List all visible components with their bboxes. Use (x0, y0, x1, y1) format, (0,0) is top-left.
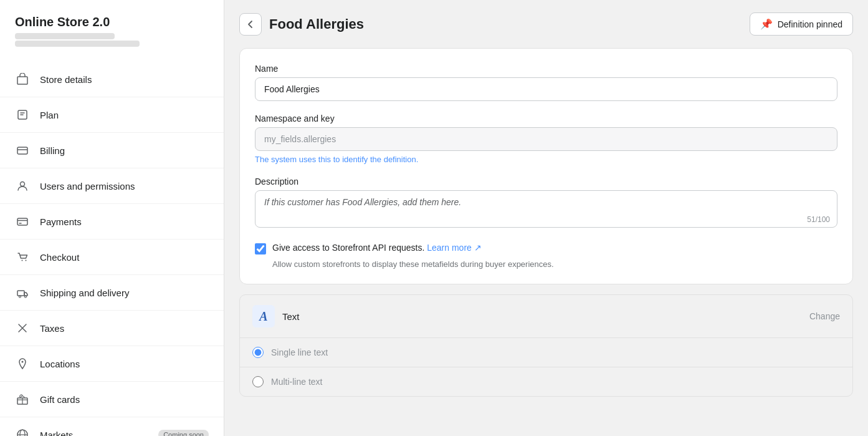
taxes-icon (15, 321, 30, 336)
account-email-placeholder (15, 41, 140, 47)
sidebar-item-payments[interactable]: Payments (0, 204, 224, 240)
checkbox-sublabel: Allow custom storefronts to display thes… (272, 259, 837, 269)
svg-point-10 (22, 361, 24, 363)
page-header: Food Allergies 📌 Definition pinned (239, 12, 853, 36)
sidebar-item-plan-label: Plan (40, 110, 209, 120)
single-line-radio[interactable] (252, 347, 264, 358)
shipping-icon (15, 285, 30, 300)
name-label: Name (255, 64, 837, 74)
multi-line-radio[interactable] (252, 376, 264, 387)
type-header: A Text Change (240, 295, 852, 338)
description-wrapper: If this customer has Food Allergies, add… (255, 190, 837, 230)
sidebar-item-plan[interactable]: Plan (0, 97, 224, 133)
sidebar-item-billing[interactable]: Billing (0, 133, 224, 168)
description-group: Description If this customer has Food Al… (255, 177, 837, 230)
sidebar-item-checkout-label: Checkout (40, 252, 209, 263)
form-card: Name Namespace and key The system uses t… (239, 48, 853, 284)
sidebar-item-billing-label: Billing (40, 145, 209, 156)
billing-icon (15, 143, 30, 158)
checkout-icon (15, 249, 30, 264)
sidebar: Online Store 2.0 Store details Plan Bill… (0, 0, 224, 436)
sidebar-item-users-label: Users and permissions (40, 181, 209, 191)
svg-rect-4 (17, 218, 27, 225)
svg-rect-7 (17, 291, 24, 296)
locations-icon (15, 356, 30, 371)
svg-point-9 (25, 296, 27, 298)
namespace-hint: The system uses this to identify the def… (255, 155, 837, 164)
app-name: Online Store 2.0 (15, 15, 209, 29)
name-input[interactable] (255, 77, 837, 101)
namespace-input[interactable] (255, 127, 837, 151)
single-line-label: Single line text (271, 347, 328, 357)
sidebar-item-gift-cards-label: Gift cards (40, 394, 209, 405)
type-icon: A (252, 305, 275, 327)
type-name: Text (282, 311, 300, 322)
store-details-icon (15, 72, 30, 87)
sidebar-item-shipping-label: Shipping and delivery (40, 288, 209, 298)
sidebar-item-checkout[interactable]: Checkout (0, 240, 224, 275)
namespace-label: Namespace and key (255, 114, 837, 124)
sidebar-item-markets[interactable]: Markets Coming soon (0, 417, 224, 436)
sidebar-item-payments-label: Payments (40, 216, 209, 227)
svg-rect-2 (17, 147, 27, 154)
multi-line-label: Multi-line text (271, 377, 322, 387)
svg-point-3 (21, 182, 25, 187)
type-option-multi-line: Multi-line text (240, 367, 852, 396)
svg-point-5 (22, 260, 23, 261)
checkbox-text: Give access to Storefront API requests. (272, 243, 424, 253)
type-card: A Text Change Single line text Multi-lin… (239, 294, 853, 397)
name-group: Name (255, 64, 837, 101)
users-icon (15, 178, 30, 193)
storefront-api-checkbox[interactable] (255, 243, 266, 254)
definition-pinned-label: Definition pinned (778, 19, 842, 29)
learn-more-link[interactable]: Learn more ↗ (427, 243, 481, 253)
storefront-api-group: Give access to Storefront API requests. … (255, 243, 837, 269)
namespace-group: Namespace and key The system uses this t… (255, 114, 837, 164)
char-count: 51/100 (807, 215, 830, 224)
sidebar-item-taxes[interactable]: Taxes (0, 311, 224, 346)
checkbox-group: Give access to Storefront API requests. … (255, 243, 837, 254)
pin-icon: 📌 (760, 18, 773, 30)
checkbox-label: Give access to Storefront API requests. … (272, 243, 482, 253)
sidebar-item-gift-cards[interactable]: Gift cards (0, 382, 224, 417)
sidebar-item-markets-label: Markets (40, 430, 148, 437)
sidebar-item-shipping[interactable]: Shipping and delivery (0, 275, 224, 311)
page-title: Food Allergies (269, 16, 364, 32)
description-input[interactable]: If this customer has Food Allergies, add… (255, 190, 837, 228)
sidebar-item-store-details[interactable]: Store details (0, 62, 224, 97)
main-content: Food Allergies 📌 Definition pinned Name … (224, 0, 868, 436)
coming-soon-badge: Coming soon (158, 430, 209, 436)
sidebar-header: Online Store 2.0 (0, 0, 224, 62)
payments-icon (15, 214, 30, 229)
gift-cards-icon (15, 392, 30, 407)
sidebar-item-taxes-label: Taxes (40, 323, 209, 334)
page-header-left: Food Allergies (239, 13, 364, 36)
svg-point-6 (26, 260, 27, 261)
svg-point-8 (19, 296, 21, 298)
markets-icon (15, 427, 30, 436)
sidebar-item-users-permissions[interactable]: Users and permissions (0, 168, 224, 204)
back-button[interactable] (239, 13, 262, 36)
type-header-left: A Text (252, 305, 300, 327)
sidebar-item-store-details-label: Store details (40, 74, 209, 85)
sidebar-item-locations-label: Locations (40, 359, 209, 369)
definition-pinned-button[interactable]: 📌 Definition pinned (750, 12, 853, 36)
sidebar-item-locations[interactable]: Locations (0, 346, 224, 382)
change-type-button[interactable]: Change (809, 311, 840, 321)
description-label: Description (255, 177, 837, 187)
plan-icon (15, 107, 30, 122)
svg-rect-0 (17, 77, 27, 84)
type-option-single-line: Single line text (240, 338, 852, 367)
account-name-placeholder (15, 33, 115, 39)
